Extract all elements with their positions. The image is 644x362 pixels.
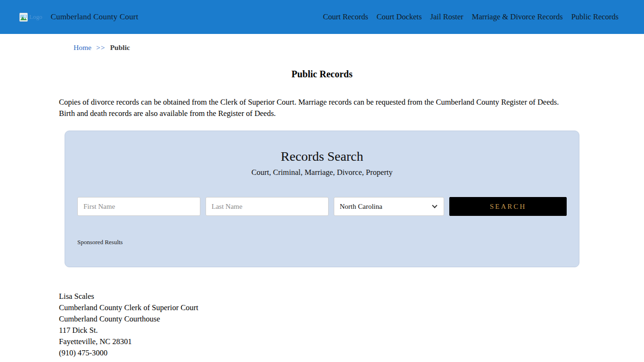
breadcrumb-current: Public [110, 43, 130, 52]
contact-street: 117 Dick St. [59, 325, 644, 336]
intro-paragraph: Copies of divorce records can be obtaine… [59, 97, 576, 119]
search-panel-subtitle: Court, Criminal, Marriage, Divorce, Prop… [77, 168, 567, 177]
nav-item-court-dockets[interactable]: Court Dockets [377, 12, 422, 22]
contact-name: Lisa Scales [59, 291, 644, 302]
last-name-input[interactable] [206, 197, 329, 216]
records-search-panel: Records Search Court, Criminal, Marriage… [65, 131, 579, 267]
contact-office: Cumberland County Clerk of Superior Cour… [59, 302, 644, 313]
nav-item-court-records[interactable]: Court Records [323, 12, 368, 22]
page-title: Public Records [0, 69, 644, 80]
sponsored-results-label: Sponsored Results [77, 239, 567, 246]
search-panel-title: Records Search [77, 149, 567, 164]
breadcrumb-separator: >> [96, 43, 105, 52]
logo-alt-text: Logo [29, 13, 42, 21]
search-button[interactable]: SEARCH [449, 197, 567, 216]
state-select[interactable]: North Carolina [334, 197, 445, 216]
contact-city: Fayetteville, NC 28301 [59, 336, 644, 347]
site-logo-broken-image-icon: Logo [19, 13, 42, 22]
search-form-row: North Carolina SEARCH [77, 197, 567, 216]
broken-image-frame-icon [19, 13, 28, 22]
site-title: Cumberland County Court [50, 12, 138, 22]
nav-item-public-records[interactable]: Public Records [571, 12, 619, 22]
contact-phone: (910) 475-3000 [59, 347, 644, 359]
main-nav: Court Records Court Dockets Jail Roster … [323, 12, 619, 22]
site-header: Logo Cumberland County Court Court Recor… [0, 0, 644, 34]
breadcrumb: Home >> Public [74, 43, 644, 52]
contact-building: Cumberland County Courthouse [59, 313, 644, 325]
nav-item-jail-roster[interactable]: Jail Roster [430, 12, 463, 22]
first-name-input[interactable] [77, 197, 200, 216]
state-select-wrap: North Carolina [334, 197, 445, 216]
brand: Logo Cumberland County Court [19, 12, 138, 22]
nav-item-marriage-divorce-records[interactable]: Marriage & Divorce Records [472, 12, 563, 22]
breadcrumb-home-link[interactable]: Home [74, 43, 91, 52]
contact-block: Lisa Scales Cumberland County Clerk of S… [59, 291, 644, 359]
